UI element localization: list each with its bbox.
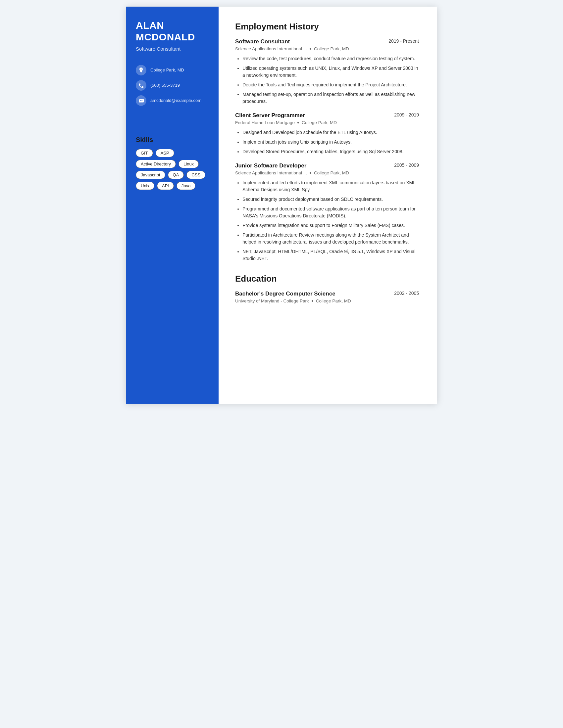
job-2: Client Server Programmer 2009 - 2019 Fed… bbox=[235, 112, 419, 155]
job-1: Software Consultant 2019 - Present Scien… bbox=[235, 38, 419, 105]
employment-section: Employment History Software Consultant 2… bbox=[235, 22, 419, 262]
skill-tag: Unix bbox=[136, 182, 154, 190]
education-section: Education Bachelor's Degree Computer Sci… bbox=[235, 274, 419, 303]
job-2-meta: Federal Home Loan Mortgage College Park,… bbox=[235, 120, 419, 125]
education-heading: Education bbox=[235, 274, 419, 284]
edu-1-header: Bachelor's Degree Computer Science 2002 … bbox=[235, 291, 419, 297]
edu-1-dot bbox=[312, 300, 313, 302]
location-icon bbox=[136, 65, 146, 75]
job-3-title: Junior Software Developer bbox=[235, 162, 306, 169]
skill-tag: QA bbox=[168, 171, 184, 179]
resume-wrapper: ALAN MCDONALD Software Consultant Colleg… bbox=[126, 7, 437, 404]
phone-text: (500) 555-3719 bbox=[150, 82, 180, 88]
job-3-dates: 2005 - 2009 bbox=[394, 162, 419, 168]
job-2-location: College Park, MD bbox=[302, 120, 337, 125]
list-item: Implemented and led efforts to implement… bbox=[242, 179, 419, 193]
job-1-header: Software Consultant 2019 - Present bbox=[235, 38, 419, 45]
skill-tag: Linux bbox=[178, 160, 199, 168]
contact-phone: (500) 555-3719 bbox=[136, 80, 209, 91]
job-1-dot bbox=[310, 48, 311, 50]
job-3-company: Science Applications International ... bbox=[235, 170, 307, 175]
edu-1-degree: Bachelor's Degree Computer Science bbox=[235, 291, 336, 297]
list-item: Implement batch jobs using Unix scriptin… bbox=[242, 139, 419, 146]
job-2-dot bbox=[298, 122, 299, 123]
skill-tag: ASP bbox=[156, 149, 174, 157]
job-3-bullets: Implemented and led efforts to implement… bbox=[235, 179, 419, 262]
job-3-header: Junior Software Developer 2005 - 2009 bbox=[235, 162, 419, 169]
edu-1-location: College Park, MD bbox=[316, 298, 351, 303]
list-item: Review the code, test procedures, conduc… bbox=[242, 55, 419, 62]
job-3: Junior Software Developer 2005 - 2009 Sc… bbox=[235, 162, 419, 262]
job-1-bullets: Review the code, test procedures, conduc… bbox=[235, 55, 419, 105]
candidate-name: ALAN MCDONALD bbox=[136, 20, 209, 43]
job-3-meta: Science Applications International ... C… bbox=[235, 170, 419, 175]
skill-tag: GIT bbox=[136, 149, 153, 157]
skill-tag: Active Directory bbox=[136, 160, 176, 168]
contact-location: College Park, MD bbox=[136, 65, 209, 75]
list-item: Designed and Developed job schedule for … bbox=[242, 129, 419, 136]
phone-icon bbox=[136, 80, 146, 91]
list-item: Utilized operating systems such as UNIX,… bbox=[242, 65, 419, 79]
list-item: Provide systems integration and support … bbox=[242, 222, 419, 229]
list-item: Decide the Tools and Techniques required… bbox=[242, 81, 419, 88]
job-3-dot bbox=[310, 172, 311, 174]
list-item: Developed Stored Procedures, creating ta… bbox=[242, 148, 419, 155]
edu-1: Bachelor's Degree Computer Science 2002 … bbox=[235, 291, 419, 303]
email-text: amcdonald@example.com bbox=[150, 98, 201, 104]
edu-1-school: University of Maryland - College Park bbox=[235, 298, 309, 303]
skill-tag: Javascript bbox=[136, 171, 165, 179]
skills-tags: GITASPActive DirectoryLinuxJavascriptQAC… bbox=[136, 149, 209, 190]
contact-email: amcdonald@example.com bbox=[136, 95, 209, 106]
job-1-location: College Park, MD bbox=[314, 46, 349, 51]
list-item: Managed testing set-up, operation and in… bbox=[242, 91, 419, 105]
job-1-dates: 2019 - Present bbox=[389, 38, 419, 44]
job-2-dates: 2009 - 2019 bbox=[394, 112, 419, 117]
job-3-location: College Park, MD bbox=[314, 170, 349, 175]
skills-heading: Skills bbox=[136, 136, 209, 144]
employment-heading: Employment History bbox=[235, 22, 419, 32]
job-2-company: Federal Home Loan Mortgage bbox=[235, 120, 295, 125]
job-2-header: Client Server Programmer 2009 - 2019 bbox=[235, 112, 419, 119]
location-text: College Park, MD bbox=[150, 67, 184, 73]
skills-section: Skills GITASPActive DirectoryLinuxJavasc… bbox=[136, 136, 209, 190]
list-item: NET, JavaScript, HTML/DHTML, PL/SQL, Ora… bbox=[242, 248, 419, 262]
contact-section: College Park, MD (500) 555-3719 amcdonal… bbox=[136, 65, 209, 116]
edu-1-meta: University of Maryland - College Park Co… bbox=[235, 298, 419, 303]
edu-1-dates: 2002 - 2005 bbox=[394, 291, 419, 296]
email-icon bbox=[136, 95, 146, 106]
skill-tag: CSS bbox=[186, 171, 205, 179]
job-2-bullets: Designed and Developed job schedule for … bbox=[235, 129, 419, 155]
sidebar: ALAN MCDONALD Software Consultant Colleg… bbox=[126, 7, 218, 404]
list-item: Programmed and documented software appli… bbox=[242, 205, 419, 219]
candidate-title: Software Consultant bbox=[136, 46, 209, 52]
job-1-company: Science Applications International ... bbox=[235, 46, 307, 51]
skill-tag: Java bbox=[176, 182, 195, 190]
skill-tag: API bbox=[157, 182, 174, 190]
job-2-title: Client Server Programmer bbox=[235, 112, 305, 119]
list-item: Participated in Architecture Review meet… bbox=[242, 232, 419, 246]
list-item: Secured integrity product deployment bas… bbox=[242, 196, 419, 203]
job-1-meta: Science Applications International ... C… bbox=[235, 46, 419, 51]
job-1-title: Software Consultant bbox=[235, 38, 290, 45]
main-content: Employment History Software Consultant 2… bbox=[218, 7, 437, 404]
